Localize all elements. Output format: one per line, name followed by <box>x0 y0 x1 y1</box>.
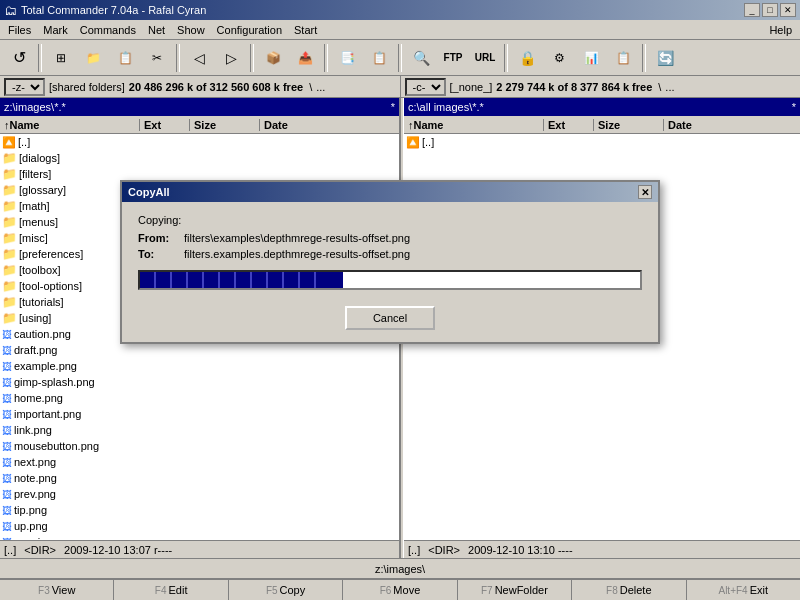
list-item[interactable]: 🖼mousebutton.png <box>0 438 399 454</box>
menu-net[interactable]: Net <box>142 22 171 38</box>
left-filter-star: * <box>391 101 395 113</box>
tb-btn8[interactable]: 📤 <box>290 44 320 72</box>
right-share-label: [_none_] <box>450 81 493 93</box>
tb-sync[interactable]: 🔄 <box>650 44 680 72</box>
file-name: 🖼mousebutton.png <box>0 440 140 452</box>
file-name: 🔼[..] <box>404 136 544 149</box>
path-bar: z:\images\ <box>0 558 800 578</box>
left-col-name[interactable]: ↑Name <box>0 119 140 131</box>
left-col-size[interactable]: Size <box>190 119 260 131</box>
fkey-f7[interactable]: F7NewFolder <box>458 580 572 600</box>
left-panel-path: z:\images\*.* * <box>0 98 399 116</box>
close-button[interactable]: ✕ <box>780 3 796 17</box>
window-title: Total Commander 7.04a - Rafal Cyran <box>21 4 206 16</box>
copy-dialog-close-button[interactable]: ✕ <box>638 185 652 199</box>
tb-btn5[interactable]: ◁ <box>184 44 214 72</box>
file-name: 🖼important.png <box>0 408 140 420</box>
menu-mark[interactable]: Mark <box>37 22 73 38</box>
copy-dialog: CopyAll ✕ Copying: From: filters\example… <box>120 180 660 344</box>
fkey-f6[interactable]: F6Move <box>343 580 457 600</box>
title-bar-buttons: _ □ ✕ <box>744 3 796 17</box>
menu-show[interactable]: Show <box>171 22 211 38</box>
drive-bars: -z- [shared folders] 20 486 296 k of 312… <box>0 76 800 98</box>
left-dots-btn[interactable]: ... <box>316 81 325 93</box>
file-name: 🖼caution.png <box>0 328 140 340</box>
tb-btn14[interactable]: 📋 <box>608 44 638 72</box>
tb-btn10[interactable]: 📋 <box>364 44 394 72</box>
fkey-f3[interactable]: F3View <box>0 580 114 600</box>
list-item[interactable]: 🖼next.png <box>0 454 399 470</box>
tb-search[interactable]: 🔍 <box>406 44 436 72</box>
list-item[interactable]: 🖼link.png <box>0 422 399 438</box>
right-status-date: 2009-12-10 13:10 ---- <box>468 544 573 556</box>
tb-btn2[interactable]: 📁 <box>78 44 108 72</box>
progress-block <box>172 272 188 288</box>
list-item[interactable]: 🖼note.png <box>0 470 399 486</box>
progress-block <box>252 272 268 288</box>
list-item[interactable]: 🖼important.png <box>0 406 399 422</box>
copy-dialog-body: Copying: From: filters\examples\depthmre… <box>122 202 658 342</box>
progress-block <box>204 272 220 288</box>
tb-btn13[interactable]: 📊 <box>576 44 606 72</box>
list-item[interactable]: 🖼gimp-splash.png <box>0 374 399 390</box>
copy-dialog-title: CopyAll ✕ <box>122 182 658 202</box>
file-name: 📁[preferences] <box>0 247 140 261</box>
list-item[interactable]: 🖼draft.png <box>0 342 399 358</box>
file-name: 🖼link.png <box>0 424 140 436</box>
tb-btn6[interactable]: ▷ <box>216 44 246 72</box>
current-path: z:\images\ <box>375 563 425 575</box>
list-item[interactable]: 🔼[..] <box>0 134 399 150</box>
menu-files[interactable]: Files <box>2 22 37 38</box>
menu-help[interactable]: Help <box>763 22 798 38</box>
fkey-bar: F3View F4Edit F5Copy F6Move F7NewFolder … <box>0 578 800 600</box>
tb-btn7[interactable]: 📦 <box>258 44 288 72</box>
menu-start[interactable]: Start <box>288 22 323 38</box>
progress-bar-fill <box>140 272 343 288</box>
right-col-ext[interactable]: Ext <box>544 119 594 131</box>
tb-refresh[interactable]: ↺ <box>4 44 34 72</box>
right-dots-btn[interactable]: ... <box>665 81 674 93</box>
left-backslash: \ <box>309 81 312 93</box>
right-drive-select[interactable]: -c- <box>405 78 446 96</box>
minimize-button[interactable]: _ <box>744 3 760 17</box>
tb-btn11[interactable]: 🔒 <box>512 44 542 72</box>
tb-btn3[interactable]: 📋 <box>110 44 140 72</box>
list-item[interactable]: 🖼home.png <box>0 390 399 406</box>
list-item[interactable]: 🖼up.png <box>0 518 399 534</box>
tb-btn12[interactable]: ⚙ <box>544 44 574 72</box>
right-backslash: \ <box>658 81 661 93</box>
tb-ftp[interactable]: FTP <box>438 44 468 72</box>
right-col-date[interactable]: Date <box>664 119 800 131</box>
file-name: 📁[dialogs] <box>0 151 140 165</box>
menu-configuration[interactable]: Configuration <box>211 22 288 38</box>
to-label: To: <box>138 248 178 260</box>
left-status-bar: [..] <DIR> 2009-12-10 13:07 r---- <box>0 540 399 558</box>
tb-sep4 <box>324 44 328 72</box>
left-col-ext[interactable]: Ext <box>140 119 190 131</box>
progress-block <box>140 272 156 288</box>
list-item[interactable]: 🖼prev.png <box>0 486 399 502</box>
tb-btn1[interactable]: ⊞ <box>46 44 76 72</box>
list-item[interactable]: 📁[dialogs] <box>0 150 399 166</box>
maximize-button[interactable]: □ <box>762 3 778 17</box>
list-item[interactable]: 🖼example.png <box>0 358 399 374</box>
right-status-type: <DIR> <box>428 544 460 556</box>
right-col-name[interactable]: ↑Name <box>404 119 544 131</box>
fkey-f8[interactable]: F8Delete <box>572 580 686 600</box>
right-col-size[interactable]: Size <box>594 119 664 131</box>
list-item[interactable]: 🖼tip.png <box>0 502 399 518</box>
left-col-date[interactable]: Date <box>260 119 399 131</box>
tb-btn4[interactable]: ✂ <box>142 44 172 72</box>
menu-commands[interactable]: Commands <box>74 22 142 38</box>
tb-btn9[interactable]: 📑 <box>332 44 362 72</box>
fkey-altf4[interactable]: Alt+F4Exit <box>687 580 800 600</box>
left-drive-select[interactable]: -z- <box>4 78 45 96</box>
list-item[interactable]: 🔼[..] <box>404 134 800 150</box>
right-panel-path: c:\all images\*.* * <box>404 98 800 116</box>
fkey-f5[interactable]: F5Copy <box>229 580 343 600</box>
tb-url[interactable]: URL <box>470 44 500 72</box>
fkey-f4[interactable]: F4Edit <box>114 580 228 600</box>
tb-sep6 <box>504 44 508 72</box>
cancel-button[interactable]: Cancel <box>345 306 435 330</box>
progress-block <box>300 272 316 288</box>
